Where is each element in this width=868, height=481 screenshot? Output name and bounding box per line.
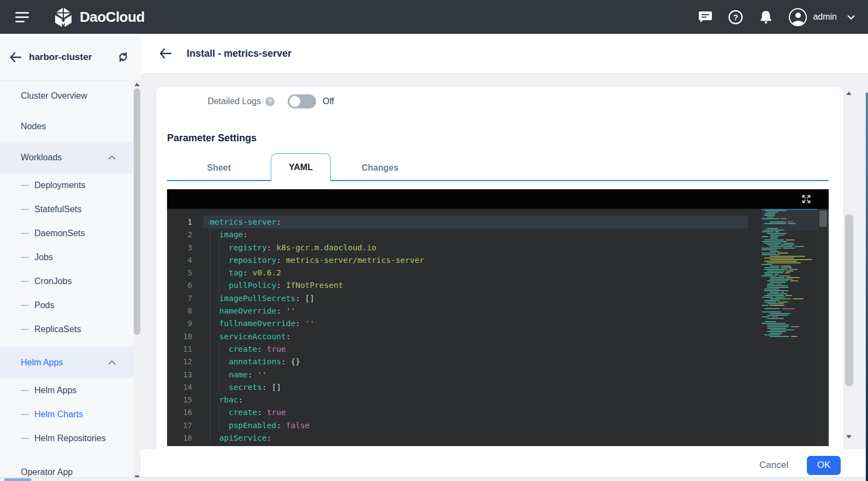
detailed-logs-label: Detailed Logs: [156, 97, 261, 106]
sidebar-scrollbar[interactable]: [133, 81, 141, 481]
sidebar-item-label: Cluster Overview: [21, 91, 87, 101]
page-title: Install - metrics-server: [187, 48, 292, 59]
chevron-up-icon[interactable]: [108, 360, 116, 365]
sidebar-item-label: CronJobs: [34, 276, 72, 286]
page-back-icon[interactable]: [159, 49, 171, 58]
help-tooltip-icon[interactable]: ?: [265, 97, 275, 106]
sidebar-item-deployments[interactable]: Deployments: [0, 173, 133, 197]
content-scrollbar[interactable]: [844, 87, 854, 443]
daocloud-logo-icon: [52, 5, 74, 28]
username: admin: [813, 12, 837, 22]
content-scrollbar-thumb[interactable]: [845, 214, 853, 386]
refresh-icon[interactable]: [117, 51, 129, 63]
editor-body[interactable]: 1metrics-server:2image:3registry: k8s-gc…: [167, 209, 829, 446]
tab-bar: SheetYAMLChanges: [167, 154, 829, 181]
page-header: Install - metrics-server: [141, 34, 868, 74]
user-avatar[interactable]: [789, 8, 807, 26]
tab-changes[interactable]: Changes: [331, 154, 429, 181]
sidebar-item-label: Workloads: [21, 153, 62, 163]
sidebar-item-label: Nodes: [21, 122, 46, 131]
sidebar-item-pods[interactable]: Pods: [0, 293, 133, 317]
line-number: 8: [167, 305, 192, 317]
code-line: 9fullnameOverride: '': [167, 317, 829, 330]
sidebar-item-replicasets[interactable]: ReplicaSets: [0, 317, 133, 341]
tab-sheet[interactable]: Sheet: [167, 154, 271, 181]
sidebar-scrollbar-thumb[interactable]: [134, 88, 140, 335]
sidebar-item-label: Helm Repositories: [34, 434, 106, 443]
code-area[interactable]: 1metrics-server:2image:3registry: k8s-gc…: [167, 216, 829, 444]
code-line: 18apiService:: [167, 432, 829, 444]
topbar: DaoCloud ? admin: [0, 0, 868, 34]
ok-button[interactable]: OK: [807, 456, 841, 475]
toggle-state-label: Off: [323, 97, 334, 106]
sidebar-item-label: ReplicaSets: [34, 324, 81, 334]
code-line: 16create: true: [167, 406, 829, 419]
code-line: 10serviceAccount:: [167, 330, 829, 343]
sidebar-nav: Cluster OverviewNodesWorkloadsDeployment…: [0, 81, 141, 481]
sidebar-item-helm-repositories[interactable]: Helm Repositories: [0, 426, 133, 450]
code-line: 15rbac:: [167, 394, 829, 406]
line-number: 2: [167, 229, 192, 241]
sidebar-item-workloads[interactable]: Workloads: [0, 142, 133, 173]
chevron-down-icon[interactable]: [847, 15, 855, 20]
sidebar-item-cronjobs[interactable]: CronJobs: [0, 269, 133, 293]
line-number: 3: [167, 242, 192, 254]
scroll-down-icon[interactable]: [846, 435, 852, 438]
sidebar-item-label: Jobs: [34, 252, 53, 262]
scroll-up-icon[interactable]: [134, 83, 140, 86]
minimap[interactable]: [762, 210, 817, 446]
yaml-editor[interactable]: 1metrics-server:2image:3registry: k8s-gc…: [167, 189, 829, 446]
editor-toolbar: [167, 189, 829, 209]
line-number: 4: [167, 254, 192, 267]
sidebar-item-label: DaemonSets: [34, 229, 85, 238]
sidebar-item-cluster-overview[interactable]: Cluster Overview: [0, 81, 133, 111]
menu-icon[interactable]: [15, 9, 29, 25]
dash-icon: [21, 414, 29, 415]
code-line: 7imagePullSecrets: []: [167, 292, 829, 305]
line-number: 14: [167, 381, 192, 394]
code-line: 8nameOverride: '': [167, 305, 829, 317]
sidebar-item-helm-apps[interactable]: Helm Apps: [0, 347, 133, 378]
dash-icon: [21, 438, 29, 439]
window-bottom-edge: [0, 477, 868, 481]
code-line: 5tag: v0.6.2: [167, 267, 829, 279]
dash-icon: [21, 305, 29, 306]
sidebar: harbor-cluster Cluster OverviewNodesWork…: [0, 34, 141, 481]
message-icon[interactable]: [698, 10, 712, 23]
brand-name: DaoCloud: [80, 9, 145, 26]
code-line: 2image:: [167, 229, 829, 241]
sidebar-item-label: Helm Charts: [34, 410, 83, 419]
help-icon[interactable]: ?: [728, 10, 743, 25]
line-number: 13: [167, 369, 192, 381]
sidebar-item-helm-charts[interactable]: Helm Charts: [0, 402, 133, 426]
sidebar-item-label: Helm Apps: [34, 386, 76, 395]
tab-yaml[interactable]: YAML: [271, 153, 331, 181]
scroll-up-icon[interactable]: [846, 92, 852, 95]
chevron-up-icon[interactable]: [108, 155, 116, 160]
line-number: 11: [167, 343, 192, 356]
code-line: 11create: true: [167, 343, 829, 356]
window-right-edge: [866, 93, 868, 481]
cancel-button[interactable]: Cancel: [759, 460, 788, 471]
line-number: 5: [167, 267, 192, 279]
sidebar-item-label: StatefulSets: [34, 205, 81, 214]
sidebar-item-nodes[interactable]: Nodes: [0, 111, 133, 142]
sidebar-item-statefulsets[interactable]: StatefulSets: [0, 197, 133, 221]
line-number: 9: [167, 317, 192, 330]
sidebar-back-icon[interactable]: [10, 52, 21, 62]
sidebar-item-jobs[interactable]: Jobs: [0, 245, 133, 269]
horizontal-scrollbar-thumb[interactable]: [4, 478, 31, 481]
code-line: 13name: '': [167, 369, 829, 381]
sidebar-item-helm-apps[interactable]: Helm Apps: [0, 378, 133, 402]
line-number: 10: [167, 330, 192, 343]
sidebar-item-daemonsets[interactable]: DaemonSets: [0, 221, 133, 245]
editor-scrollbar[interactable]: [817, 209, 829, 446]
dash-icon: [21, 257, 29, 258]
detailed-logs-toggle[interactable]: [288, 94, 316, 109]
fullscreen-icon[interactable]: [801, 194, 811, 204]
bell-icon[interactable]: [759, 10, 773, 25]
dash-icon: [21, 390, 29, 391]
main-panel: Install - metrics-server Detailed Logs ?…: [141, 34, 868, 481]
dash-icon: [21, 233, 29, 234]
dash-icon: [21, 281, 29, 282]
